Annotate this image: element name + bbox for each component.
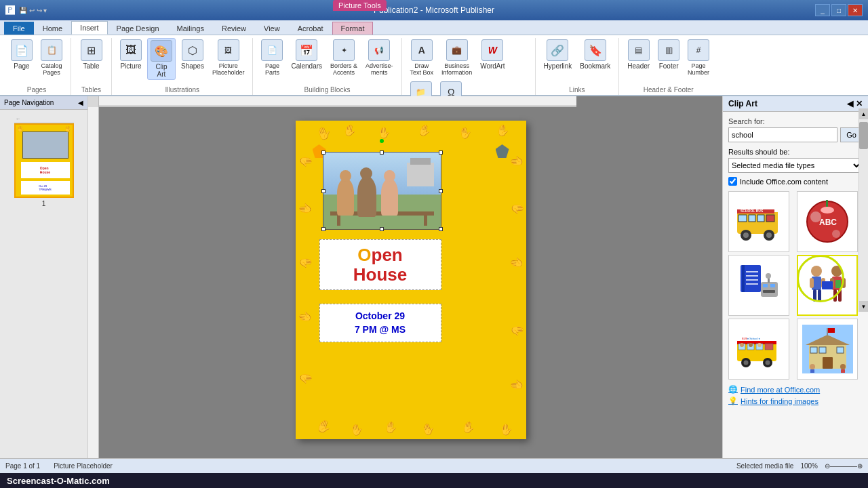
svg-rect-68 [828,328,835,333]
borders-icon: ✦ [333,39,355,61]
ribbon-group-text: A DrawText Box 💼 BusinessInformation W W… [402,38,536,95]
publisher-logo: 🅿 [5,5,15,16]
open-house-textbox[interactable]: OpenHouse [319,239,441,290]
clip-art-scrollbar[interactable]: ▲ ▼ [859,112,868,312]
handle-bm[interactable] [380,227,384,231]
clip-art-item-2[interactable]: ABC [797,191,858,252]
handle-bl[interactable] [321,227,326,231]
publisher-document[interactable]: ✋ ✋ ✋ ✋ ✋ ✋ ✋ ✋ ✋ ✋ ✋ ✋ ✋ [296,121,526,439]
find-more-link[interactable]: 🌐 Find more at Office.com [728,385,863,394]
illustrations-label: Illustrations [165,86,199,94]
photo-frame[interactable] [323,152,441,230]
picture-placeholder-button[interactable]: 🖼 PicturePlaceholder [210,38,248,77]
handprint-b2: ✋ [349,422,364,436]
head-1 [340,170,351,182]
svg-text:SCHOOL BUS: SCHOOL BUS [741,209,764,213]
handle-tm[interactable] [380,150,384,155]
tab-view[interactable]: View [255,22,289,35]
scroll-up-button[interactable]: ▲ [859,112,868,119]
tab-file[interactable]: File [4,22,34,35]
tab-page-design[interactable]: Page Design [108,22,168,35]
vertical-ruler [88,107,99,458]
handle-tr[interactable] [439,150,443,155]
clip-art-button[interactable]: 🎨 ClipArt [147,38,176,80]
page-button[interactable]: 📄 Page [8,38,35,71]
hyperlink-button[interactable]: 🔗 Hyperlink [541,38,575,71]
clip-art-resize[interactable]: ◀ [847,99,853,108]
rotate-handle[interactable] [380,139,384,143]
header-button[interactable]: ▤ Header [625,38,652,71]
wordart-button[interactable]: W WordArt [477,38,508,71]
advertisements-button[interactable]: 📢 Advertise-ments [363,38,396,77]
catalog-icon: 📋 [41,39,62,61]
page-parts-button[interactable]: 📄 PageParts [258,38,285,77]
borders-accents-button[interactable]: ✦ Borders &Accents [328,38,360,77]
building [407,163,434,186]
handle-ml[interactable] [321,189,326,193]
tab-format[interactable]: Format [332,22,374,35]
calendars-button[interactable]: 📅 Calendars [288,38,325,71]
svg-point-31 [811,266,822,277]
tab-home[interactable]: Home [34,22,71,35]
include-office-checkbox[interactable] [728,177,737,186]
close-button[interactable]: ✕ [848,4,863,16]
scroll-down-button[interactable]: ▼ [859,301,868,312]
tab-insert[interactable]: Insert [71,21,108,35]
clip-art-icon: 🎨 [151,40,172,62]
ribbon-group-building-blocks: 📄 PageParts 📅 Calendars ✦ Borders &Accen… [253,38,401,95]
handle-br[interactable] [439,227,443,231]
clip-art-item-4[interactable] [797,255,858,316]
footer-button[interactable]: ▥ Footer [655,38,682,71]
building-blocks-label: Building Blocks [304,86,351,94]
handle-mr[interactable] [439,189,443,193]
school-building-svg [802,325,853,373]
page-nav-collapse[interactable]: ◀ [78,99,83,106]
date-time-textbox[interactable]: October 29 7 PM @ MS [319,304,441,342]
ribbon-group-links: 🔗 Hyperlink 🔖 Bookmark Links [536,38,620,95]
bulb-icon: 💡 [728,396,738,405]
results-type-select[interactable]: Selected media file types All media file… [728,158,863,173]
minimize-button[interactable]: _ [815,4,830,16]
svg-point-16 [832,230,840,238]
tab-mailings[interactable]: Mailings [168,22,213,35]
time-text: 7 PM @ MS [326,323,435,337]
page-1-thumbnail[interactable]: OpenHouse Oct 297PM@MS 🖐 🖐 [14,123,74,198]
clip-art-search-input[interactable] [728,127,837,142]
clip-art-item-6[interactable] [797,319,858,380]
hints-link[interactable]: 💡 Hints for finding images [728,396,863,405]
screencast-bar: Screencast-O-Matic.com [0,473,868,488]
handle-tl[interactable] [321,150,326,155]
catalog-pages-button[interactable]: 📋 CatalogPages [38,38,65,77]
business-info-button[interactable]: 💼 BusinessInformation [439,38,475,77]
canvas-area[interactable]: ✋ ✋ ✋ ✋ ✋ ✋ ✋ ✋ ✋ ✋ ✋ ✋ ✋ [88,96,722,458]
picture-button[interactable]: 🖼 Picture [117,38,144,71]
maximize-button[interactable]: □ [831,4,846,16]
clip-art-item-3[interactable] [728,255,789,316]
links-items: 🔗 Hyperlink 🔖 Bookmark [541,38,614,85]
tab-review[interactable]: Review [213,22,255,35]
clip-art-close[interactable]: ✕ [856,99,863,108]
page-number-button[interactable]: # PageNumber [685,38,712,77]
page-1-number: 1 [42,200,46,207]
handprint-4: ✋ [416,123,432,139]
window-controls[interactable]: _ □ ✕ [815,4,863,16]
tab-acrobat[interactable]: Acrobat [289,22,332,35]
clip-art-item-1[interactable]: SCHOOL BUS [728,191,789,252]
handprint-l4: ✋ [297,310,311,325]
calendars-icon: 📅 [296,39,317,61]
clip-art-item-5[interactable]: BUS ♦ School ♦ [728,319,789,380]
results-type-row: Selected media file types All media file… [728,158,863,173]
biz-info-icon: 💼 [446,39,468,61]
draw-text-box-button[interactable]: A DrawText Box [408,38,437,77]
status-page-info: Page 1 of 1 [5,462,40,470]
zoom-slider[interactable]: ⊖————⊕ [825,462,863,470]
app-title: Picture Tools Publication2 - Microsoft P… [374,5,494,15]
scroll-thumb[interactable] [859,122,868,149]
status-bar: Page 1 of 1 Picture Placeholder Selected… [0,458,868,473]
table-button[interactable]: ⊞ Table [78,38,105,71]
shapes-button[interactable]: ⬡ Shapes [178,38,207,71]
bookmark-button[interactable]: 🔖 Bookmark [577,38,613,71]
quick-access-toolbar: 💾 ↩ ↪ ▾ [19,7,47,14]
status-object-info: Picture Placeholder [54,462,113,470]
ribbon-group-tables: ⊞ Table Tables [71,38,112,95]
